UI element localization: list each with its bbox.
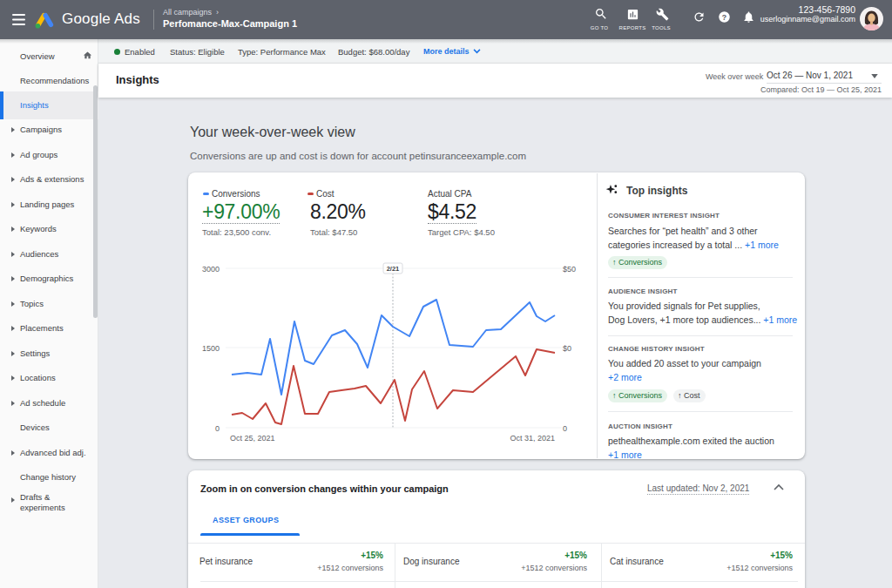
svg-text:3000: 3000 (202, 265, 220, 274)
svg-text:?: ? (722, 13, 726, 22)
svg-text:0: 0 (215, 424, 220, 433)
svg-text:$50: $50 (563, 265, 576, 274)
svg-text:0: 0 (563, 424, 567, 433)
svg-text:2/21: 2/21 (387, 265, 400, 273)
svg-text:Oct 31, 2021: Oct 31, 2021 (510, 434, 555, 443)
svg-text:1500: 1500 (202, 344, 220, 353)
svg-text:Oct 25, 2021: Oct 25, 2021 (230, 434, 275, 443)
svg-text:$0: $0 (563, 344, 571, 353)
